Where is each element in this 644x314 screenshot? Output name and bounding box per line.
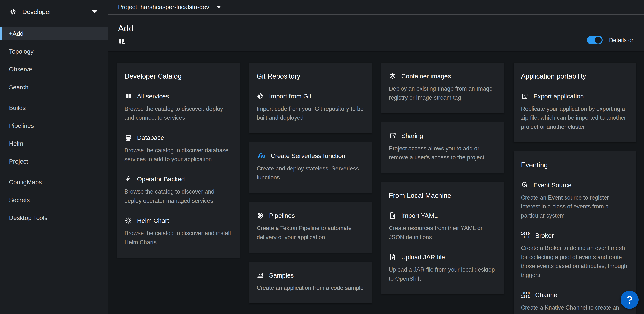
column-1: Developer Catalog All services Browse th… — [117, 62, 240, 258]
item-description: Create an Event source to register inter… — [521, 193, 629, 220]
add-item-event-source[interactable]: Event Source Create an Event source to r… — [521, 181, 629, 220]
add-item-helm-chart[interactable]: Helm Chart Browse the catalog to discove… — [124, 217, 232, 247]
item-description: Browse the catalog to discover database … — [124, 146, 232, 164]
details-toggle[interactable] — [587, 36, 603, 44]
add-item-container-images[interactable]: Container images Deploy an existing Imag… — [389, 72, 496, 102]
perspective-label: Developer — [22, 8, 51, 15]
item-label[interactable]: Container images — [402, 73, 451, 80]
item-description: Project access allows you to add or remo… — [389, 144, 496, 162]
file-code-icon — [389, 212, 396, 219]
item-label[interactable]: Upload JAR file — [402, 254, 445, 261]
item-label[interactable]: Operator Backed — [137, 176, 185, 183]
main-area: Project: harshcasper-localsta-dev Add De… — [108, 0, 644, 314]
sidebar-item-helm[interactable]: Helm — [0, 137, 108, 150]
sidebar-item-builds[interactable]: Builds — [0, 102, 108, 114]
item-label[interactable]: Broker — [535, 232, 554, 239]
column-2: Git Repository Import from Git Import co… — [249, 62, 372, 304]
event-source-icon — [521, 181, 528, 189]
file-upload-icon — [389, 253, 396, 261]
card-git-repository[interactable]: Git Repository Import from Git Import co… — [249, 62, 372, 133]
card-from-local-machine[interactable]: From Local Machine Import YAML Create re… — [382, 182, 504, 294]
add-item-sharing[interactable]: Sharing Project access allows you to add… — [389, 132, 496, 162]
add-item-export-application[interactable]: Export application Replicate your applic… — [521, 92, 629, 131]
card-title: Eventing — [521, 161, 629, 169]
item-description: Create and deploy stateless, Serverless … — [256, 164, 364, 182]
card-developer-catalog[interactable]: Developer Catalog All services Browse th… — [117, 62, 240, 258]
add-item-import-yaml[interactable]: Import YAML Create resources from their … — [389, 212, 496, 242]
item-label[interactable]: Helm Chart — [137, 217, 169, 224]
page-title: Add — [118, 23, 635, 33]
nav-group-main: +Add Topology Observe Search — [0, 24, 108, 98]
project-bar: Project: harshcasper-localsta-dev — [108, 0, 644, 14]
add-item-samples[interactable]: Samples Create an application from a cod… — [256, 272, 364, 293]
card-pipelines[interactable]: Pipelines Create a Tekton Pipeline to au… — [249, 202, 372, 253]
item-label[interactable]: Channel — [535, 291, 559, 299]
card-application-portability[interactable]: Application portability Export applicati… — [514, 62, 636, 142]
card-title: Git Repository — [256, 72, 364, 80]
sidebar-item-add[interactable]: +Add — [0, 27, 108, 40]
card-sharing[interactable]: Sharing Project access allows you to add… — [382, 122, 504, 173]
add-item-operator-backed[interactable]: Operator Backed Browse the catalog to di… — [124, 175, 232, 205]
helm-icon — [124, 217, 132, 224]
item-label[interactable]: Pipelines — [269, 212, 295, 219]
sidebar-item-project[interactable]: Project — [0, 155, 108, 168]
project-dropdown[interactable]: Project: harshcasper-localsta-dev — [118, 3, 221, 10]
item-description: Create a Knative Channel to create an ev… — [521, 303, 629, 314]
sidebar-item-desktop-tools[interactable]: Desktop Tools — [0, 212, 108, 224]
help-button[interactable]: ? — [620, 291, 638, 309]
card-eventing[interactable]: Eventing Event Source Create an Event so… — [514, 151, 636, 314]
nav-group-config: ConfigMaps Secrets Desktop Tools — [0, 172, 108, 229]
card-container-images[interactable]: Container images Deploy an existing Imag… — [382, 62, 504, 113]
add-item-database[interactable]: Database Browse the catalog to discover … — [124, 134, 232, 164]
share-icon — [389, 132, 396, 140]
sidebar-item-configmaps[interactable]: ConfigMaps — [0, 176, 108, 188]
item-label[interactable]: Sharing — [402, 132, 423, 139]
card-serverless-function[interactable]: fn Create Serverless function Create and… — [249, 142, 372, 193]
chevron-down-icon — [92, 10, 98, 13]
binary-icon: 1010 1101 — [521, 291, 530, 299]
bolt-icon — [124, 175, 132, 183]
laptop-code-icon — [256, 272, 264, 279]
code-icon — [9, 8, 17, 16]
perspective-switcher[interactable]: Developer — [0, 0, 108, 24]
column-4: Application portability Export applicati… — [514, 62, 636, 314]
item-description: Replicate your application by exporting … — [521, 104, 629, 131]
add-item-import-from-git[interactable]: Import from Git Import code from your Gi… — [256, 92, 364, 122]
add-item-all-services[interactable]: All services Browse the catalog to disco… — [124, 92, 232, 122]
item-description: Browse the catalog to discover and deplo… — [124, 187, 232, 205]
add-item-pipelines[interactable]: Pipelines Create a Tekton Pipeline to au… — [256, 212, 364, 242]
book-plus-icon[interactable] — [118, 38, 126, 45]
add-item-broker[interactable]: 1010 1101 Broker Create a Broker to defi… — [521, 232, 629, 280]
item-label[interactable]: Import from Git — [269, 93, 312, 100]
item-description: Create a Broker to define an event mesh … — [521, 244, 629, 280]
add-item-upload-jar-file[interactable]: Upload JAR file Upload a JAR file from y… — [389, 253, 496, 283]
card-title: From Local Machine — [389, 192, 496, 200]
card-samples[interactable]: Samples Create an application from a cod… — [249, 262, 372, 303]
item-description: Browse the catalog to discover, deploy a… — [124, 104, 232, 122]
add-page-content: Developer Catalog All services Browse th… — [108, 51, 644, 314]
add-item-create-serverless-function[interactable]: fn Create Serverless function Create and… — [256, 152, 364, 182]
sidebar-item-secrets[interactable]: Secrets — [0, 194, 108, 206]
sidebar-item-search[interactable]: Search — [0, 81, 108, 93]
item-description: Deploy an existing Image from an Image r… — [389, 84, 496, 102]
item-description: Create resources from their YAML or JSON… — [389, 224, 496, 242]
item-label[interactable]: Samples — [269, 272, 294, 279]
item-label[interactable]: Event Source — [534, 181, 572, 189]
layers-icon — [389, 72, 396, 80]
item-label[interactable]: Create Serverless function — [270, 152, 345, 160]
item-label[interactable]: Export application — [534, 93, 584, 100]
item-description: Import code from your Git repository to … — [256, 104, 364, 122]
sidebar-item-pipelines[interactable]: Pipelines — [0, 119, 108, 132]
add-item-channel[interactable]: 1010 1101 Channel Create a Knative Chann… — [521, 291, 629, 314]
page-header: Add Details on — [108, 14, 644, 51]
item-label[interactable]: Import YAML — [402, 212, 438, 219]
sidebar-item-observe[interactable]: Observe — [0, 63, 108, 76]
item-label[interactable]: Database — [137, 134, 164, 141]
toggle-knob — [594, 37, 602, 43]
item-description: Create an application from a code sample — [256, 284, 364, 293]
export-icon — [521, 92, 528, 100]
item-description: Upload a JAR file from your local deskto… — [389, 265, 496, 283]
item-description: Browse the catalog to discover and insta… — [124, 229, 232, 247]
item-label[interactable]: All services — [137, 93, 169, 100]
sidebar-item-topology[interactable]: Topology — [0, 45, 108, 58]
